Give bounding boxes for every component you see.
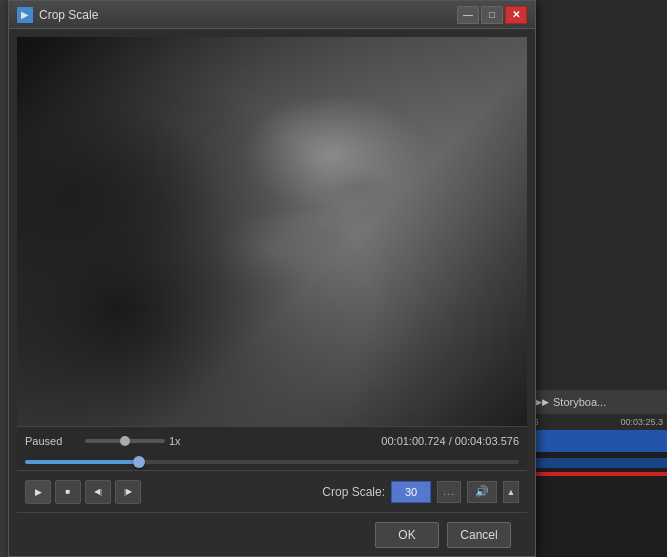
speed-label: 1x	[169, 435, 181, 447]
crop-scale-dialog: ▶ Crop Scale — □ ✕ Paused 1x 00:01:00.	[8, 0, 536, 557]
timeline-blue-track-2	[527, 458, 667, 468]
title-bar: ▶ Crop Scale — □ ✕	[9, 1, 535, 29]
timeline-red-marker	[527, 472, 667, 476]
crop-scale-section: Crop Scale: ... 🔊 ▲	[322, 481, 519, 503]
playback-status: Paused	[25, 435, 85, 447]
storyboard-bar: ▶▶ Storyboa...	[527, 390, 667, 414]
hair-overlay	[17, 37, 527, 426]
progress-track[interactable]	[25, 460, 519, 464]
expand-button[interactable]: ▲	[503, 481, 519, 503]
next-frame-button[interactable]: |▶	[115, 480, 141, 504]
timeline-numbers: .6 00:03:25.3	[527, 414, 667, 430]
timeline-time-2: 00:03:25.3	[620, 417, 663, 427]
speed-slider-area: 1x	[85, 435, 381, 447]
crop-scale-more-button[interactable]: ...	[437, 481, 461, 503]
action-bar: OK Cancel	[17, 512, 527, 556]
play-button[interactable]: ▶	[25, 480, 51, 504]
title-bar-left: ▶ Crop Scale	[17, 7, 98, 23]
current-time: 00:01:00.724	[381, 435, 445, 447]
video-area	[17, 37, 527, 426]
progress-fill	[25, 460, 139, 464]
volume-button[interactable]: 🔊	[467, 481, 497, 503]
close-button[interactable]: ✕	[505, 6, 527, 24]
prev-frame-icon: ◀|	[94, 487, 102, 496]
progress-thumb	[133, 456, 145, 468]
total-time: 00:04:03.576	[455, 435, 519, 447]
app-icon: ▶	[17, 7, 33, 23]
video-frame	[17, 37, 527, 426]
ok-button[interactable]: OK	[375, 522, 439, 548]
prev-frame-button[interactable]: ◀|	[85, 480, 111, 504]
status-bar: Paused 1x 00:01:00.724 / 00:04:03.576	[17, 426, 527, 454]
minimize-button[interactable]: —	[457, 6, 479, 24]
cancel-button[interactable]: Cancel	[447, 522, 511, 548]
dialog-title: Crop Scale	[39, 8, 98, 22]
speed-slider-thumb	[120, 436, 130, 446]
stop-icon: ■	[66, 487, 71, 496]
video-canvas	[17, 37, 527, 426]
next-frame-icon: |▶	[124, 487, 132, 496]
controls-bar: ▶ ■ ◀| |▶ Crop Scale: ... 🔊 ▲	[17, 470, 527, 512]
stop-button[interactable]: ■	[55, 480, 81, 504]
timeline-blue-track	[527, 430, 667, 452]
storyboard-icon: ▶▶	[535, 397, 549, 407]
play-icon: ▶	[35, 487, 42, 497]
storyboard-label: Storyboa...	[553, 396, 606, 408]
volume-icon: 🔊	[475, 485, 489, 498]
maximize-button[interactable]: □	[481, 6, 503, 24]
title-bar-buttons: — □ ✕	[457, 6, 527, 24]
speed-slider[interactable]	[85, 439, 165, 443]
crop-scale-input[interactable]	[391, 481, 431, 503]
crop-scale-label: Crop Scale:	[322, 485, 385, 499]
progress-area[interactable]	[17, 454, 527, 470]
time-display: 00:01:00.724 / 00:04:03.576	[381, 435, 519, 447]
expand-icon: ▲	[507, 487, 516, 497]
